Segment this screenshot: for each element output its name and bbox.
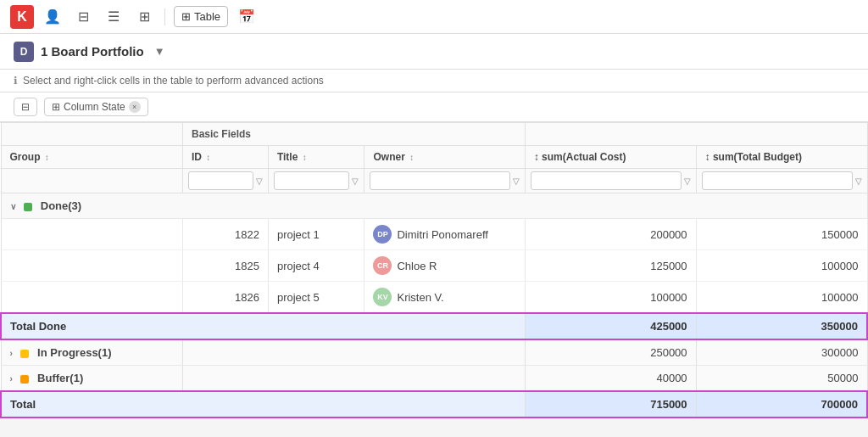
row-owner: KV Kristen V. [364,282,525,314]
app-logo: K [10,5,34,29]
in-progress-toggle[interactable]: › [10,349,13,358]
in-progress-empty [182,339,525,366]
total-done-row: Total Done 425000 350000 [1,313,867,339]
page-title: 1 Board Portfolio [41,44,144,59]
buffer-budget: 50000 [696,366,867,392]
table-row: 1825 project 4 CR Chloe R 125000 100000 [1,250,867,282]
total-done-label: Total Done [1,313,525,339]
grand-total-budget: 700000 [696,391,867,417]
budget-filter-input[interactable] [702,171,853,190]
owner-name: Chloe R [397,260,437,272]
filter-actual: ▽ [525,169,696,193]
title-filter-icon[interactable]: ▽ [352,176,359,186]
grand-total-actual: 715000 [525,391,696,417]
column-state-close-icon[interactable]: × [129,101,141,113]
title-filter-input[interactable] [274,171,350,190]
buffer-actual: 40000 [525,366,696,392]
title-sort-icon[interactable]: ↕ [303,153,307,162]
in-progress-actual: 250000 [525,339,696,366]
toolbar-separator [164,8,165,25]
col-header-total-budget[interactable]: ↕ sum(Total Budget) [696,146,867,169]
table-row: 1822 project 1 DP Dimitri Ponomareff 200… [1,219,867,250]
filter-group [1,169,182,193]
row-total-budget: 100000 [696,250,867,282]
grid3-icon[interactable]: ⊞ [132,5,156,29]
board-badge: D [14,42,34,62]
row-title: project 1 [268,219,364,250]
grid2-icon[interactable]: ⊟ [71,5,95,29]
in-progress-budget: 300000 [696,339,867,366]
buffer-group-cell: › Buffer(1) [1,366,182,392]
buffer-toggle[interactable]: › [10,374,13,384]
owner-filter-icon[interactable]: ▽ [513,176,520,186]
avatar: KV [373,288,392,306]
in-progress-indicator [20,350,29,358]
toolbar: K 👤 ⊟ ☰ ⊞ ⊞ Table 📅 [0,0,868,34]
avatar: CR [373,256,392,275]
col-header-id[interactable]: ID ↕ [182,146,268,169]
buffer-empty [182,366,525,392]
actual-filter-input[interactable] [531,171,682,190]
done-group-cell: ∨ Done(3) [1,193,867,219]
done-group-row: ∨ Done(3) [1,193,867,219]
calendar-icon[interactable]: 📅 [235,5,259,29]
controls-bar: ⊟ ⊞ Column State × [0,92,868,122]
owner-name: Kristen V. [397,291,443,304]
column-state-button[interactable]: ⊞ Column State × [44,98,148,116]
info-bar: ℹ Select and right-click cells in the ta… [0,70,868,92]
row-title: project 5 [268,282,364,314]
budget-filter-icon[interactable]: ▽ [855,176,862,186]
portfolio-table: Basic Fields Group ↕ ID ↕ Title ↕ Own [0,123,868,418]
info-icon: ℹ [14,75,18,87]
id-sort-icon[interactable]: ↕ [206,153,210,162]
filter-title: ▽ [268,169,364,193]
column-state-label: Column State [64,101,125,113]
col-header-actual-cost[interactable]: ↕ sum(Actual Cost) [525,146,696,169]
row-total-budget: 100000 [696,282,867,314]
table-row: 1826 project 5 KV Kristen V. 100000 1000… [1,282,867,314]
in-progress-group-row: › In Progress(1) 250000 300000 [1,339,867,366]
filter-row: ▽ ▽ ▽ [1,169,867,193]
custom-fields-header [525,123,867,146]
filter-id: ▽ [182,169,268,193]
table-view-toggle[interactable]: ⊟ [14,98,37,116]
row-actual-cost: 100000 [525,282,696,314]
in-progress-label: In Progress(1) [37,346,111,359]
column-header-row: Group ↕ ID ↕ Title ↕ Owner ↕ ↕ sum(Actua… [1,146,867,169]
owner-sort-icon[interactable]: ↕ [409,153,414,162]
group-sort-icon[interactable]: ↕ [45,153,49,162]
buffer-indicator [20,375,29,384]
total-done-budget: 350000 [696,313,867,339]
in-progress-group-cell: › In Progress(1) [1,339,182,366]
row-actual-cost: 125000 [525,250,696,282]
person-icon[interactable]: 👤 [41,5,64,29]
buffer-label: Buffer(1) [37,372,83,384]
grand-total-row: Total 715000 700000 [1,391,867,417]
table-view-label: Table [194,10,220,23]
page-header: D 1 Board Portfolio ▼ [0,34,868,70]
row-group [1,282,182,314]
done-group-label: Done(3) [41,199,81,212]
row-id: 1822 [182,219,268,250]
col-header-title[interactable]: Title ↕ [268,146,364,169]
title-chevron-icon[interactable]: ▼ [154,45,165,58]
actual-filter-icon[interactable]: ▽ [684,176,691,186]
row-id: 1825 [182,250,268,282]
table-view-button[interactable]: ⊞ Table [174,6,228,27]
row-title: project 4 [268,250,364,282]
filter-owner: ▽ [364,169,525,193]
total-done-actual: 425000 [525,313,696,339]
table-icon: ⊞ [181,10,191,23]
list-icon[interactable]: ☰ [102,5,125,29]
group-header-empty [1,123,182,146]
col-header-owner[interactable]: Owner ↕ [364,146,525,169]
id-filter-input[interactable] [188,171,253,190]
done-group-toggle[interactable]: ∨ [10,202,16,211]
buffer-group-row: › Buffer(1) 40000 50000 [1,366,867,392]
info-text: Select and right-click cells in the tabl… [23,75,324,87]
row-owner: CR Chloe R [364,250,525,282]
col-header-group[interactable]: Group ↕ [1,146,182,169]
owner-filter-input[interactable] [370,171,509,190]
data-table-container: Basic Fields Group ↕ ID ↕ Title ↕ Own [0,122,868,418]
id-filter-icon[interactable]: ▽ [256,176,263,186]
